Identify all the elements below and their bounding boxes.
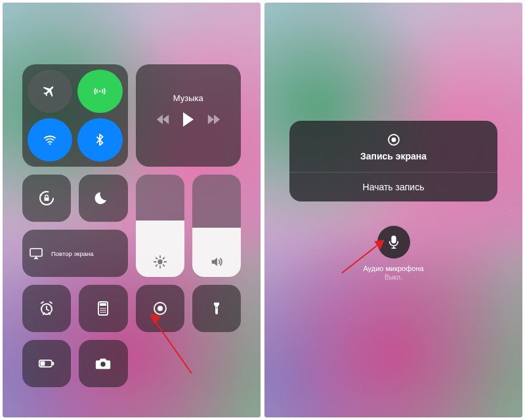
orientation-lock-icon [38, 190, 55, 207]
svg-point-35 [391, 138, 396, 142]
svg-point-3 [158, 259, 162, 264]
alarm-clock-icon [38, 300, 55, 317]
svg-line-10 [156, 265, 157, 266]
cellular-icon [93, 84, 107, 98]
screen-mirroring-label: Повтор экрана [51, 250, 94, 257]
svg-point-18 [104, 308, 106, 309]
previous-track-button[interactable] [156, 114, 170, 125]
bluetooth-toggle[interactable] [77, 118, 122, 161]
wifi-toggle[interactable] [28, 118, 72, 161]
svg-line-11 [163, 258, 164, 259]
play-button[interactable] [182, 112, 195, 127]
svg-point-1 [49, 143, 51, 145]
control-center-screen: Музыка Повтор экрана [3, 3, 261, 417]
media-module[interactable]: Музыка [136, 64, 242, 167]
microphone-section: Аудио микрофона Выкл. [264, 226, 522, 282]
next-track-button[interactable] [207, 114, 221, 125]
connectivity-module [22, 64, 128, 167]
svg-point-21 [104, 310, 106, 311]
sheet-header: Запись экрана [289, 121, 497, 172]
svg-point-24 [104, 312, 106, 313]
brightness-icon [136, 255, 184, 269]
svg-point-17 [102, 308, 104, 309]
do-not-disturb-button[interactable] [79, 175, 127, 222]
svg-rect-27 [215, 307, 217, 308]
svg-point-26 [158, 306, 163, 311]
record-icon [152, 300, 169, 317]
screen-record-button[interactable] [136, 285, 184, 332]
airplane-mode-toggle[interactable] [28, 70, 72, 113]
volume-icon [192, 255, 241, 269]
svg-rect-15 [100, 303, 106, 306]
moon-icon [94, 190, 112, 207]
flashlight-button[interactable] [192, 285, 241, 332]
screen-record-sheet-screen: Запись экрана Начать запись Аудио микроф… [264, 3, 522, 417]
svg-rect-29 [52, 362, 54, 365]
start-recording-button[interactable]: Начать запись [289, 173, 497, 201]
microphone-label: Аудио микрофона Выкл. [363, 264, 423, 282]
screen-record-sheet: Запись экрана Начать запись [289, 121, 497, 201]
volume-slider[interactable] [192, 175, 241, 277]
brightness-slider[interactable] [136, 175, 184, 277]
record-icon [296, 133, 491, 147]
camera-icon [94, 355, 112, 372]
svg-point-19 [100, 310, 102, 311]
svg-point-20 [102, 310, 104, 311]
svg-line-8 [156, 258, 157, 259]
flashlight-icon [208, 300, 225, 317]
cellular-data-toggle[interactable] [77, 70, 122, 113]
svg-point-31 [101, 362, 106, 366]
microphone-status: Выкл. [363, 273, 423, 282]
svg-point-0 [99, 91, 101, 93]
microphone-toggle[interactable] [377, 226, 410, 259]
orientation-lock-button[interactable] [22, 175, 71, 222]
svg-point-23 [102, 312, 104, 313]
camera-button[interactable] [79, 340, 127, 387]
bluetooth-icon [93, 133, 107, 147]
calculator-icon [94, 300, 112, 317]
microphone-icon [388, 235, 400, 249]
airplane-icon [43, 84, 57, 98]
svg-point-16 [100, 308, 102, 309]
svg-rect-30 [41, 362, 45, 366]
wifi-icon [43, 133, 57, 147]
svg-rect-12 [30, 249, 42, 257]
screen-mirroring-button[interactable]: Повтор экрана [22, 230, 128, 277]
svg-line-9 [163, 265, 164, 266]
svg-point-22 [100, 312, 102, 313]
microphone-label-text: Аудио микрофона [363, 264, 423, 273]
sheet-title: Запись экрана [296, 151, 491, 161]
media-controls [156, 112, 221, 127]
svg-rect-36 [391, 236, 396, 243]
battery-icon [38, 355, 55, 372]
media-title: Музыка [173, 93, 203, 103]
calculator-button[interactable] [79, 285, 127, 332]
low-power-mode-button[interactable] [22, 340, 71, 387]
control-center-grid: Музыка Повтор экрана [3, 3, 261, 417]
screen-mirroring-icon [29, 247, 43, 259]
alarm-button[interactable] [22, 285, 71, 332]
